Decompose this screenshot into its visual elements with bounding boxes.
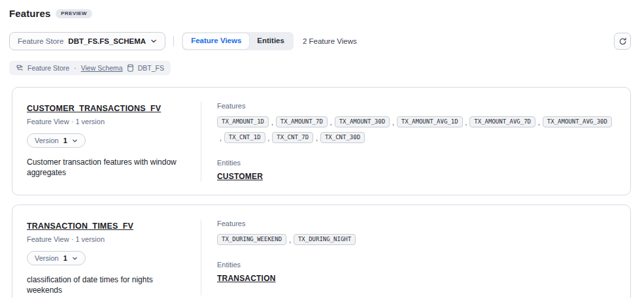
refresh-icon: [619, 37, 627, 46]
chip-separator: ,: [220, 135, 222, 142]
view-schema-link[interactable]: View Schema: [81, 64, 123, 72]
tab-entities[interactable]: Entities: [249, 33, 292, 49]
breadcrumb-schema: DBT_FS: [138, 64, 164, 72]
chevron-down-icon: [72, 256, 78, 261]
features-label: Features: [217, 102, 617, 110]
feature-view-title-link[interactable]: TRANSACTION_TIMES_FV: [27, 222, 133, 231]
feature-chip: TX_CNT_1D: [224, 132, 265, 143]
breadcrumb-separator: ·: [74, 64, 76, 72]
feature-view-meta: Feature View · 1 version: [27, 235, 189, 243]
feature-chip: TX_AMOUNT_AVG_30D: [543, 116, 612, 127]
version-label: Version: [35, 137, 59, 144]
entity-link[interactable]: CUSTOMER: [217, 172, 263, 181]
refresh-button[interactable]: [614, 33, 631, 50]
feature-chip: TX_AMOUNT_7D: [276, 116, 328, 127]
feature-chip: TX_DURING_NIGHT: [294, 234, 356, 245]
breadcrumb-section: Feature Store: [27, 64, 69, 72]
feature-view-description: Customer transaction features with windo…: [27, 157, 189, 178]
features-label: Features: [217, 220, 617, 227]
database-icon: [127, 64, 134, 72]
entity-link[interactable]: TRANSACTION: [217, 274, 276, 283]
card-details: Features TX_DURING_WEEKEND,TX_DURING_NIG…: [201, 220, 617, 295]
version-value: 1: [63, 254, 67, 262]
feature-view-card: TRANSACTION_TIMES_FV Feature View · 1 ve…: [12, 205, 631, 298]
feature-chip: TX_CNT_7D: [272, 132, 313, 143]
feature-view-title-link[interactable]: CUSTOMER_TRANSACTIONS_FV: [27, 104, 161, 113]
chevron-down-icon: [72, 138, 78, 144]
chip-separator: ,: [271, 119, 273, 126]
feature-store-icon: [16, 64, 24, 72]
chip-separator: ,: [538, 119, 540, 126]
feature-chip: TX_AMOUNT_30D: [335, 116, 390, 127]
feature-chip: TX_DURING_WEEKEND: [217, 234, 286, 245]
chip-separator: ,: [268, 135, 270, 142]
card-summary: TRANSACTION_TIMES_FV Feature View · 1 ve…: [27, 220, 201, 295]
version-selector[interactable]: Version 1: [27, 133, 86, 148]
entities-block: Entities TRANSACTION: [217, 261, 617, 284]
chip-separator: ,: [466, 119, 467, 126]
page-title: Features: [9, 8, 50, 19]
features-page: Features PREVIEW Feature Store DBT_FS.FS…: [0, 0, 644, 298]
feature-store-selector[interactable]: Feature Store DBT_FS.FS_SCHEMA: [9, 32, 165, 50]
preview-badge: PREVIEW: [56, 9, 92, 18]
chip-separator: ,: [392, 119, 394, 126]
features-chip-list: TX_AMOUNT_1D,TX_AMOUNT_7D,TX_AMOUNT_30D,…: [217, 114, 617, 146]
breadcrumb: Feature Store · View Schema DBT_FS: [9, 61, 171, 75]
chevron-down-icon: [150, 38, 157, 44]
entities-label: Entities: [217, 261, 617, 269]
feature-store-value: DBT_FS.FS_SCHEMA: [68, 37, 146, 45]
entities-block: Entities CUSTOMER: [217, 159, 617, 182]
toolbar-divider: [173, 36, 174, 46]
feature-chip: TX_AMOUNT_AVG_7D: [469, 116, 535, 127]
version-label: Version: [35, 254, 59, 262]
page-header: Features PREVIEW: [9, 8, 631, 19]
feature-store-label: Feature Store: [18, 37, 63, 45]
card-summary: CUSTOMER_TRANSACTIONS_FV Feature View · …: [27, 102, 201, 182]
feature-chip: TX_AMOUNT_AVG_1D: [397, 116, 463, 127]
feature-views-count: 2 Feature Views: [303, 37, 357, 45]
chip-separator: ,: [289, 237, 291, 244]
breadcrumb-row: Feature Store · View Schema DBT_FS: [9, 61, 631, 75]
version-selector[interactable]: Version 1: [27, 251, 86, 265]
chip-separator: ,: [330, 119, 332, 126]
tab-feature-views[interactable]: Feature Views: [183, 33, 249, 49]
feature-view-meta: Feature View · 1 version: [27, 118, 189, 125]
feature-chip: TX_AMOUNT_1D: [217, 116, 269, 127]
chip-separator: ,: [316, 135, 318, 142]
card-details: Features TX_AMOUNT_1D,TX_AMOUNT_7D,TX_AM…: [201, 102, 617, 182]
feature-view-card: CUSTOMER_TRANSACTIONS_FV Feature View · …: [12, 87, 631, 195]
toolbar: Feature Store DBT_FS.FS_SCHEMA Feature V…: [9, 32, 631, 50]
view-switcher: Feature Views Entities: [182, 32, 294, 50]
version-value: 1: [63, 137, 67, 144]
features-chip-list: TX_DURING_WEEKEND,TX_DURING_NIGHT: [217, 232, 617, 248]
feature-chip: TX_CNT_30D: [320, 132, 365, 143]
entities-label: Entities: [217, 159, 617, 167]
feature-view-description: classification of date times for nights …: [27, 274, 189, 295]
